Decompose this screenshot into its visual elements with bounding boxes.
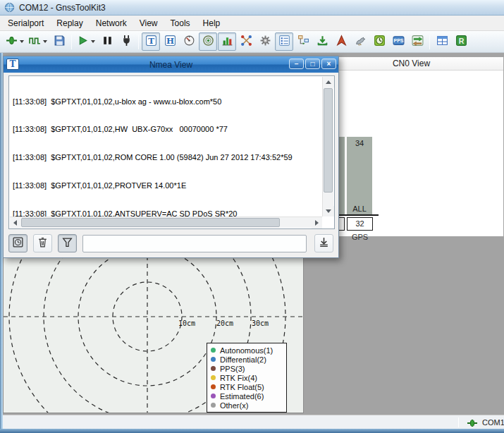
gauge-view-icon bbox=[183, 35, 195, 49]
table-icon bbox=[436, 35, 448, 49]
clear-log-button[interactable] bbox=[33, 234, 52, 252]
navigation-button[interactable] bbox=[332, 32, 350, 51]
vertical-scroll-thumb[interactable] bbox=[324, 88, 333, 193]
menu-replay[interactable]: Replay bbox=[50, 16, 89, 30]
bird-button[interactable] bbox=[351, 32, 369, 51]
legend-item: Differential(2) bbox=[211, 355, 284, 364]
constellation-icon bbox=[240, 35, 252, 49]
legend-item: Other(x) bbox=[211, 401, 284, 410]
pause-icon bbox=[102, 35, 113, 49]
nmea-line: [11:33:08] $GPTXT,01,01,02,ANTSUPERV=AC … bbox=[13, 209, 322, 216]
scroll-right-button[interactable] bbox=[312, 217, 322, 228]
scroll-left-icon bbox=[13, 220, 17, 226]
ring-label-30cm: 30cm bbox=[252, 319, 269, 327]
record-button[interactable]: R bbox=[452, 32, 470, 51]
pause-button[interactable] bbox=[98, 32, 116, 51]
hex-view-icon: H bbox=[164, 35, 176, 49]
timestamp-toggle-button[interactable] bbox=[8, 234, 27, 252]
navigation-arrow-icon bbox=[336, 35, 348, 49]
ring-label-20cm: 20cm bbox=[216, 319, 233, 327]
download-button[interactable] bbox=[313, 32, 331, 51]
toolbar-separator bbox=[429, 35, 430, 49]
export-log-button[interactable] bbox=[314, 234, 333, 252]
legend-item: Estimated(6) bbox=[211, 391, 284, 401]
svg-text:R: R bbox=[458, 36, 464, 44]
toolbar-separator bbox=[138, 35, 139, 49]
text-view-button[interactable]: T bbox=[142, 32, 160, 51]
nmea-controls-row bbox=[4, 234, 338, 255]
nmea-titlebar[interactable]: T Nmea View – □ × bbox=[4, 56, 338, 73]
serial-connect-icon bbox=[6, 35, 18, 49]
window-bottom-border bbox=[0, 429, 504, 433]
transfer-arrows-icon bbox=[412, 35, 424, 49]
bar-chart-icon bbox=[221, 35, 233, 49]
cn0-bar-value: 34 bbox=[347, 139, 372, 147]
save-button[interactable] bbox=[50, 32, 68, 51]
table-view-button[interactable] bbox=[433, 32, 451, 51]
clock-button[interactable] bbox=[370, 32, 388, 51]
signal-trace-button[interactable] bbox=[27, 32, 49, 51]
svg-text:T: T bbox=[148, 35, 154, 45]
menu-network[interactable]: Network bbox=[90, 16, 133, 30]
scroll-up-icon bbox=[326, 80, 331, 84]
menu-view[interactable]: View bbox=[133, 16, 164, 30]
nmea-window-title: Nmea View bbox=[4, 60, 338, 70]
cn0-count-box: 32 bbox=[347, 217, 373, 231]
settings-button[interactable] bbox=[256, 32, 274, 51]
close-button[interactable]: × bbox=[321, 59, 336, 69]
minimize-button[interactable]: – bbox=[289, 59, 304, 69]
constellation-view-button[interactable] bbox=[237, 32, 255, 51]
cn0-view-button[interactable] bbox=[218, 32, 236, 51]
legend-dot-other bbox=[211, 403, 216, 408]
legend-item: RTK Fix(4) bbox=[211, 373, 284, 382]
legend-dot-estimated bbox=[211, 394, 216, 398]
menu-serialport[interactable]: Serialport bbox=[1, 16, 50, 30]
app-window: COM12 - GnssToolKit3 Serialport Replay N… bbox=[0, 0, 504, 433]
status-separator bbox=[458, 417, 459, 427]
horizontal-scroll-thumb[interactable] bbox=[21, 218, 280, 227]
legend-dot-differential bbox=[211, 357, 216, 362]
disconnect-plug-button[interactable] bbox=[117, 32, 135, 51]
legend-dot-pps bbox=[211, 366, 216, 371]
vertical-scrollbar[interactable] bbox=[322, 77, 333, 216]
nmea-line: [11:33:08] $GPTXT,01,01,02,PROTVER 14.00… bbox=[13, 181, 322, 190]
bird-icon bbox=[355, 35, 367, 49]
deviation-target-icon bbox=[202, 35, 214, 49]
scroll-down-button[interactable] bbox=[323, 206, 334, 216]
play-icon bbox=[77, 35, 89, 49]
disconnect-plug-icon bbox=[121, 35, 133, 49]
legend-dot-rtk-fix bbox=[211, 375, 216, 380]
svg-text:H: H bbox=[166, 35, 173, 45]
main-titlebar: COM12 - GnssToolKit3 bbox=[0, 0, 504, 16]
filter-button[interactable] bbox=[58, 234, 77, 252]
play-button[interactable] bbox=[75, 32, 97, 51]
message-list-button[interactable] bbox=[275, 32, 293, 51]
text-view-icon: T bbox=[145, 35, 157, 49]
message-tree-button[interactable] bbox=[294, 32, 312, 51]
cn0-view-title: CN0 View bbox=[319, 57, 503, 71]
pps-button[interactable]: PPS bbox=[389, 32, 407, 51]
nmea-log-area[interactable]: [11:33:08] $GPTXT,01,01,02,u-blox ag - w… bbox=[8, 75, 335, 229]
horizontal-scrollbar[interactable] bbox=[10, 216, 322, 228]
nmea-line: [11:33:08] $GPTXT,01,01,02,u-blox ag - w… bbox=[13, 97, 322, 106]
menu-tools[interactable]: Tools bbox=[164, 16, 197, 30]
menu-help[interactable]: Help bbox=[197, 16, 227, 30]
hex-view-button[interactable]: H bbox=[161, 32, 179, 51]
legend-item: PPS(3) bbox=[211, 364, 284, 373]
ring-label-10cm: 10cm bbox=[178, 319, 195, 327]
serial-connect-button[interactable] bbox=[4, 32, 26, 51]
scroll-left-button[interactable] bbox=[10, 217, 20, 228]
dropdown-caret-icon bbox=[43, 40, 47, 43]
dropdown-caret-icon bbox=[91, 40, 95, 43]
transfer-button[interactable] bbox=[408, 32, 426, 51]
status-port-label: COM1 bbox=[482, 418, 504, 427]
download-icon bbox=[316, 35, 328, 49]
deviation-view-button[interactable] bbox=[199, 32, 217, 51]
legend-item: Autonomous(1) bbox=[211, 346, 284, 355]
legend-item: RTK Float(5) bbox=[211, 382, 284, 391]
filter-input[interactable] bbox=[82, 235, 307, 252]
maximize-button[interactable]: □ bbox=[305, 59, 320, 69]
scroll-up-button[interactable] bbox=[323, 77, 334, 87]
gauge-view-button[interactable] bbox=[180, 32, 198, 51]
status-serial-icon bbox=[467, 417, 478, 429]
